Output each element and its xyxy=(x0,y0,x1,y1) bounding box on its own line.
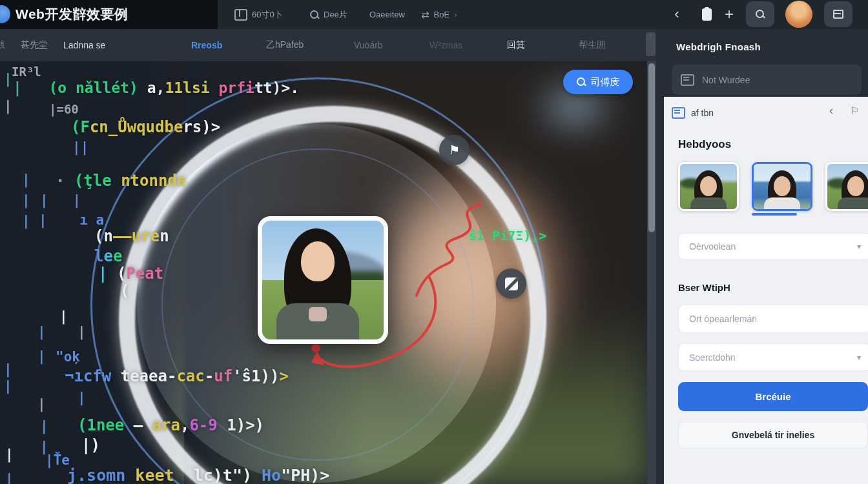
tab-5[interactable]: Vuoárb xyxy=(354,29,383,61)
gutter-pipe: | xyxy=(22,172,30,187)
secondary-action-button[interactable]: Gnvebelá tir inelies xyxy=(678,421,868,449)
search-button[interactable] xyxy=(746,1,774,27)
sidebar-title: Webdrigh Fnoash xyxy=(676,41,761,52)
dropdown-1[interactable]: Oèrvoolean ▾ xyxy=(678,233,868,260)
breadcrumb: af tbn xyxy=(672,102,865,124)
code-line: |) xyxy=(81,436,100,454)
add-button[interactable]: + xyxy=(721,1,738,27)
headshot-thumbnail-2[interactable] xyxy=(825,162,868,211)
code-line: |=60 xyxy=(49,102,79,116)
tab-3[interactable]: Rreosb xyxy=(191,29,222,61)
gutter-pipe: | xyxy=(37,324,46,339)
layout-grid-button[interactable] xyxy=(824,1,852,27)
app-logo-icon xyxy=(0,5,10,23)
thumb-face xyxy=(774,176,790,196)
headshots-heading: Hebdyoos xyxy=(678,138,731,151)
panel-flag-icon[interactable]: ⚐ xyxy=(850,105,859,117)
flag-button[interactable]: ⚑ xyxy=(439,135,470,165)
top-nav-label: Oaeeitew xyxy=(369,10,405,19)
tab-7[interactable]: 回箕 xyxy=(507,29,525,61)
thumb-face xyxy=(700,176,717,196)
thumb-shirt xyxy=(690,197,727,211)
section-2-heading: Bser WtipH xyxy=(678,282,730,293)
code-line: lee xyxy=(94,247,122,265)
code-line: | | xyxy=(40,192,81,208)
app-title: Web开发辥效要例 xyxy=(16,5,128,23)
scrollbar-top-button[interactable]: ◦ xyxy=(646,32,656,56)
text-input-2-placeholder: Ort ópeaarlemán xyxy=(689,314,757,324)
tab-4[interactable]: 乙hPafeb xyxy=(266,29,304,61)
text-input-2[interactable]: Ort ópeaarlemán xyxy=(678,305,868,333)
code-line: ¬ıcfw teaea-cac-uf'ŝ1))> xyxy=(65,367,289,385)
dropdown-3[interactable]: Soerctdohn ▾ xyxy=(678,343,868,371)
tab-bar: 賎甚先坣Ladnna seRreosb乙hPafebVuoárbW²zmas回箕… xyxy=(0,29,656,61)
headshot-thumbnail-1[interactable] xyxy=(752,162,812,211)
back-chevron-button[interactable]: ‹ xyxy=(669,1,685,27)
editor-search-label: 司傅庋 xyxy=(591,76,620,88)
floating-code-snippet: ŝ1 Pi7Ξ),> xyxy=(469,228,546,243)
code-editor: IR³l| (o nǎllét) a,11lsi prfitt)>.|=60(F… xyxy=(0,61,647,484)
panel-back-chevron[interactable]: ‹ xyxy=(829,103,833,117)
chevron-down-icon: ▾ xyxy=(857,242,861,251)
dropdown-3-value: Soerctdohn xyxy=(689,352,736,363)
code-line: IR³l xyxy=(12,65,41,79)
thumb-shirt xyxy=(764,197,800,211)
code-line: || xyxy=(72,139,88,155)
avatar[interactable] xyxy=(785,1,812,28)
card-person-collar xyxy=(309,307,327,321)
code-line: |Ťe xyxy=(45,452,70,468)
thumb-face xyxy=(847,176,864,196)
top-nav-item-1[interactable]: Dee片 xyxy=(310,0,347,29)
gutter-pipe: | xyxy=(78,390,86,405)
clipboard-icon xyxy=(702,8,712,21)
top-nav-item-3[interactable]: ⇄BoE› xyxy=(421,0,457,29)
blue-document-icon xyxy=(672,107,685,119)
grid-icon xyxy=(833,10,843,19)
tab-6[interactable]: W²zmas xyxy=(429,29,462,61)
flag-icon: ⚑ xyxy=(449,143,460,157)
top-nav-label: BoE xyxy=(434,10,450,19)
swap-icon: ⇄ xyxy=(421,9,429,21)
edit-pen-button[interactable] xyxy=(496,268,526,299)
card-person-face xyxy=(301,241,335,281)
gutter-pipe: | xyxy=(4,71,12,86)
search-icon xyxy=(577,77,586,86)
chevron-down-icon: ▾ xyxy=(857,353,861,362)
portrait-photo-card xyxy=(258,216,388,344)
code-line: (Fcn_Ůwqudbers)> xyxy=(71,118,220,136)
gutter-pipe: | xyxy=(37,396,46,412)
code-line: (1nee — ara,6-9 1)>) xyxy=(78,416,264,434)
clipboard-button[interactable] xyxy=(699,1,714,27)
dropdown-1-value: Oèrvoolean xyxy=(689,241,736,252)
breadcrumb-label: af tbn xyxy=(691,108,714,118)
code-line: (n——uren xyxy=(94,227,169,245)
tab-0[interactable]: 賎 xyxy=(0,29,5,61)
code-line: · (ţle ntonnde xyxy=(56,172,186,190)
top-nav-item-0[interactable]: 60寸0卜 xyxy=(234,0,283,29)
sidebar-search-input[interactable]: Not Wurdee xyxy=(672,65,862,95)
code-line: j.somn keet lc)t") Ho"PH)> xyxy=(67,466,329,484)
gutter-pipe: | xyxy=(40,418,48,434)
editor-search-pill-button[interactable]: 司傅庋 xyxy=(563,70,633,94)
search-icon xyxy=(310,10,319,19)
code-line: | (o nǎllét) a,11lsi prfitt)>. xyxy=(13,79,299,96)
book-icon xyxy=(234,9,247,21)
top-nav-item-2[interactable]: Oaeeitew xyxy=(369,0,405,29)
tab-8[interactable]: 帮生囲 xyxy=(579,29,606,61)
gutter-pipe: | xyxy=(40,439,48,454)
app-window: Web开发辥效要例 60寸0卜Dee片Oaeeitew⇄BoE› ‹ + 賎甚先… xyxy=(0,0,868,484)
code-line: ( xyxy=(120,282,129,300)
app-title-area: Web开发辥效要例 xyxy=(0,0,218,29)
sidebar-search-placeholder: Not Wurdee xyxy=(702,75,750,85)
top-nav-label: 60寸0卜 xyxy=(252,9,283,21)
headshot-thumbnail-0[interactable] xyxy=(678,162,739,211)
top-nav-label: Dee片 xyxy=(324,9,347,21)
chevron-right-icon: › xyxy=(454,10,457,19)
tab-1[interactable]: 甚先坣 xyxy=(21,29,48,61)
top-bar: Web开发辥效要例 60寸0卜Dee片Oaeeitew⇄BoE› ‹ + xyxy=(0,0,868,29)
gutter-pipe: | xyxy=(78,324,86,339)
tab-2[interactable]: Ladnna se xyxy=(63,29,105,61)
document-lines-icon xyxy=(681,74,694,86)
primary-action-button[interactable]: Brcéuie xyxy=(678,382,868,411)
scrollbar-thumb[interactable] xyxy=(648,63,655,232)
